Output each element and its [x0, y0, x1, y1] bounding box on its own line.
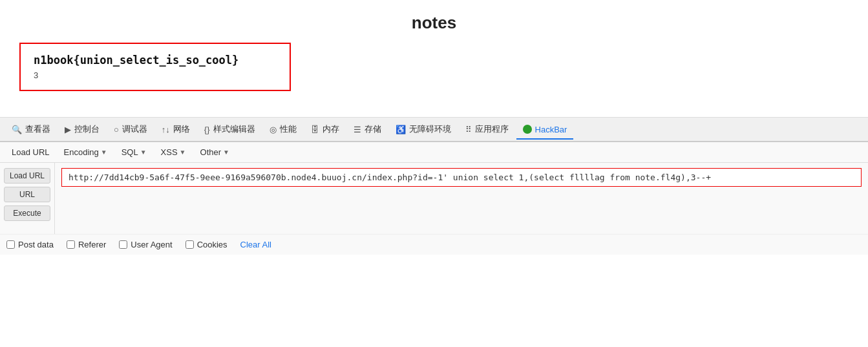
- tab-debugger-label: 调试器: [122, 123, 147, 135]
- url-input-row: [61, 168, 862, 187]
- accessibility-icon: ♿: [396, 125, 406, 134]
- tab-memory[interactable]: 🗄 内存: [304, 120, 346, 140]
- tab-apps-label: 应用程序: [475, 123, 509, 135]
- referer-checkbox[interactable]: [67, 240, 75, 249]
- load-url-menu[interactable]: Load URL: [5, 145, 56, 159]
- load-url-btn-label: Load URL: [10, 171, 45, 180]
- notes-number: 3: [34, 70, 277, 80]
- load-url-label: Load URL: [12, 147, 50, 157]
- tab-perf[interactable]: ◎ 性能: [263, 120, 303, 140]
- tab-network-label: 网络: [173, 123, 190, 135]
- other-arrow-icon: ▼: [223, 149, 229, 156]
- user-agent-label: User Agent: [131, 240, 172, 249]
- hackbar-dot-icon: [523, 125, 532, 134]
- perf-icon: ◎: [270, 125, 277, 134]
- tab-style-label: 样式编辑器: [213, 123, 255, 135]
- hackbar-main: Load URL URL Execute: [0, 163, 868, 234]
- post-data-label: Post data: [18, 240, 54, 249]
- debugger-icon: ○: [114, 125, 119, 134]
- tab-memory-label: 内存: [323, 123, 339, 135]
- split-url-button[interactable]: URL: [4, 187, 50, 202]
- referer-label: Referer: [78, 240, 106, 249]
- tab-hackbar[interactable]: HackBar: [516, 121, 574, 140]
- sql-arrow-icon: ▼: [140, 149, 147, 156]
- notes-box: n1book{union_select_is_so_cool} 3: [19, 43, 291, 91]
- notes-section: notes n1book{union_select_is_so_cool} 3: [0, 0, 868, 91]
- post-data-option[interactable]: Post data: [6, 240, 54, 249]
- hackbar-options: Post data Referer User Agent Cookies Cle…: [0, 234, 868, 255]
- page-title: notes: [0, 0, 868, 43]
- notes-flag: n1book{union_select_is_so_cool}: [34, 54, 277, 67]
- tab-perf-label: 性能: [280, 123, 297, 135]
- tab-console-label: 控制台: [74, 123, 100, 135]
- xss-arrow-icon: ▼: [180, 149, 186, 156]
- apps-icon: ⠿: [465, 125, 472, 134]
- tab-apps[interactable]: ⠿ 应用程序: [459, 120, 515, 140]
- devtools-bar: 🔍 查看器 ▶ 控制台 ○ 调试器 ↑↓ 网络 {} 样式编辑器 ◎ 性能 🗄 …: [0, 118, 868, 142]
- tab-accessibility-label: 无障碍环境: [409, 123, 451, 135]
- tab-style[interactable]: {} 样式编辑器: [198, 120, 262, 140]
- cookies-checkbox[interactable]: [185, 240, 194, 249]
- other-menu[interactable]: Other ▼: [194, 145, 236, 159]
- sql-menu[interactable]: SQL ▼: [115, 145, 153, 159]
- style-icon: {}: [204, 125, 210, 134]
- cookies-label: Cookies: [197, 240, 228, 249]
- clear-all-label: Clear All: [240, 240, 271, 249]
- console-icon: ▶: [65, 125, 71, 134]
- tab-console[interactable]: ▶ 控制台: [58, 120, 106, 140]
- tab-accessibility[interactable]: ♿ 无障碍环境: [389, 120, 458, 140]
- storage-icon: ☰: [354, 125, 361, 134]
- execute-button[interactable]: Execute: [4, 205, 50, 221]
- user-agent-option[interactable]: User Agent: [119, 240, 172, 249]
- hackbar-sidebar: Load URL URL Execute: [0, 163, 55, 234]
- memory-icon: 🗄: [311, 125, 319, 134]
- load-url-button[interactable]: Load URL: [4, 168, 50, 184]
- post-data-checkbox[interactable]: [6, 240, 15, 249]
- other-label: Other: [200, 147, 222, 157]
- tab-debugger[interactable]: ○ 调试器: [107, 120, 154, 140]
- referer-option[interactable]: Referer: [67, 240, 106, 249]
- execute-btn-label: Execute: [13, 209, 41, 218]
- split-url-btn-label: URL: [19, 190, 35, 199]
- hackbar-content: [55, 163, 868, 234]
- tab-inspector[interactable]: 🔍 查看器: [5, 120, 57, 140]
- xss-menu[interactable]: XSS ▼: [154, 145, 193, 159]
- network-icon: ↑↓: [162, 125, 170, 134]
- encoding-label: Encoding: [64, 147, 99, 157]
- encoding-menu[interactable]: Encoding ▼: [58, 145, 114, 159]
- url-input[interactable]: [61, 168, 862, 187]
- tab-hackbar-label: HackBar: [535, 125, 567, 134]
- tab-inspector-label: 查看器: [25, 123, 50, 135]
- xss-label: XSS: [161, 147, 178, 157]
- inspector-icon: 🔍: [12, 125, 22, 134]
- sql-label: SQL: [122, 147, 138, 157]
- clear-all-button[interactable]: Clear All: [240, 240, 271, 249]
- encoding-arrow-icon: ▼: [101, 149, 107, 156]
- tab-storage[interactable]: ☰ 存储: [347, 120, 388, 140]
- tab-network[interactable]: ↑↓ 网络: [155, 120, 196, 140]
- cookies-option[interactable]: Cookies: [185, 240, 228, 249]
- hackbar-toolbar: Load URL Encoding ▼ SQL ▼ XSS ▼ Other ▼: [0, 142, 868, 163]
- user-agent-checkbox[interactable]: [119, 240, 127, 249]
- tab-storage-label: 存储: [365, 123, 381, 135]
